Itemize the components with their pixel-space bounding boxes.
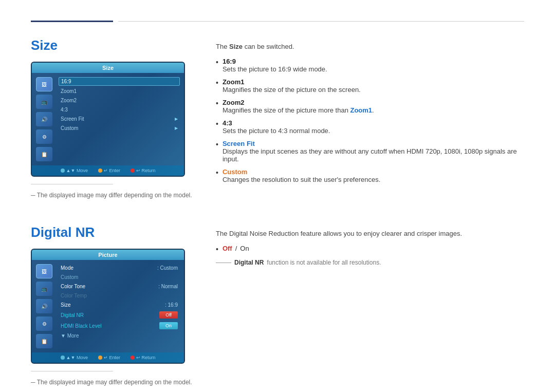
size-section-left: Size Size 🖼 📺 🔊 ⚙ 📋 16:9: [31, 38, 195, 199]
digital-nr-note: The displayed image may differ depending…: [31, 379, 195, 386]
nr-menu-custom: Custom: [59, 273, 180, 281]
nr-hdmi-label: HDMI Black Level: [61, 323, 101, 329]
size-tv-navbar: ▲▼ Move ↵ Enter ↩ Return: [32, 165, 184, 176]
term-zoom1: Zoom1: [223, 78, 245, 86]
digital-nr-icon-sound: 🔊: [36, 299, 52, 313]
digital-nr-tv-title: Picture: [32, 250, 184, 260]
digital-nr-term-bold: Digital NR: [234, 259, 264, 266]
tv-icon-picture: 🖼: [36, 77, 52, 91]
page-container: Size Size 🖼 📺 🔊 ⚙ 📋 16:9: [0, 0, 555, 392]
size-section: Size Size 🖼 📺 🔊 ⚙ 📋 16:9: [31, 38, 524, 199]
digital-nr-nav-move: ▲▼ Move: [61, 355, 88, 360]
size-nav-enter: ↵ Enter: [98, 168, 120, 173]
digital-nr-nav-return: ↩ Return: [131, 355, 156, 360]
size-bullet-169: 16:9 Sets the picture to 16:9 wide mode.: [216, 58, 524, 73]
size-nav-move: ▲▼ Move: [61, 168, 88, 173]
digital-nr-bullet-offon: Off / On: [216, 245, 524, 254]
desc-zoom2: Magnifies the size of the picture more t…: [223, 106, 374, 114]
nr-menu-mode: Mode : Custom: [59, 264, 180, 272]
size-tv-title: Size: [32, 63, 184, 73]
nr-nav-label-move: ▲▼ Move: [66, 355, 88, 360]
nav-label-return: ↩ Return: [136, 168, 156, 173]
nr-colortone-label: Color Tone: [61, 284, 85, 289]
note-dash: [216, 263, 231, 263]
size-menu-item-custom: Custom: [59, 124, 180, 132]
desc-zoom1: Magnifies the size of the picture on the…: [223, 86, 361, 94]
nr-off-value: Off: [159, 311, 178, 319]
digital-nr-separator: The displayed image may differ depending…: [31, 371, 195, 386]
size-bullet-custom-content: Custom Changes the resolution to suit th…: [223, 168, 380, 183]
size-tv-menu: 16:9 Zoom1 Zoom2 4:3 Screen Fit Custom: [59, 77, 180, 161]
size-tv-icons: 🖼 📺 🔊 ⚙ 📋: [36, 77, 54, 161]
nr-menu-size: Size : 16:9: [59, 301, 180, 309]
size-bullet-custom: Custom Changes the resolution to suit th…: [216, 168, 524, 183]
size-menu-item-169: 16:9: [59, 77, 180, 86]
nr-colortone-value: : Normal: [158, 284, 178, 289]
digital-nr-title: Digital NR: [31, 225, 195, 240]
digital-nr-icon-display: 📺: [36, 282, 52, 296]
size-bullet-list: 16:9 Sets the picture to 16:9 wide mode.…: [216, 58, 524, 183]
desc-169: Sets the picture to 16:9 wide mode.: [223, 65, 327, 73]
term-custom: Custom: [223, 168, 247, 176]
nav-dot-enter: [98, 169, 102, 173]
term-on: On: [240, 245, 249, 252]
digital-nr-section: Digital NR Picture 🖼 📺 🔊 ⚙ 📋: [31, 225, 524, 386]
desc-43: Sets the picture to 4:3 normal mode.: [223, 127, 330, 135]
size-bullet-zoom1: Zoom1 Magnifies the size of the picture …: [216, 78, 524, 94]
size-menu-item-screenfit: Screen Fit: [59, 115, 180, 123]
size-bullet-screenfit: Screen Fit Displays the input scenes as …: [216, 140, 524, 163]
nr-mode-value: : Custom: [157, 265, 178, 271]
digital-nr-offon-content: Off / On: [223, 245, 249, 252]
nr-menu-colortone: Color Tone : Normal: [59, 283, 180, 290]
digital-nr-tv-menu: Mode : Custom Custom Color Tone : Normal…: [59, 264, 180, 348]
size-bullet-43: 4:3 Sets the picture to 4:3 normal mode.: [216, 119, 524, 135]
nr-on-value: On: [159, 322, 178, 329]
digital-nr-icon-settings: ⚙: [36, 316, 52, 331]
nr-size-label: Size: [61, 302, 70, 308]
tv-icon-display: 📺: [36, 95, 52, 109]
digital-nr-separator-line: [31, 371, 113, 371]
nr-nav-dot-move: [61, 356, 65, 360]
off-on-item: Off / On: [223, 245, 249, 252]
term-169: 16:9: [223, 58, 236, 65]
nr-nav-label-enter: ↵ Enter: [104, 355, 120, 360]
digital-nr-tv-screen: Picture 🖼 📺 🔊 ⚙ 📋 Mode : Custom: [31, 249, 185, 364]
nr-size-value: : 16:9: [165, 302, 178, 308]
size-bullet-zoom1-content: Zoom1 Magnifies the size of the picture …: [223, 78, 361, 94]
digital-nr-nav-enter: ↵ Enter: [98, 355, 120, 360]
digital-nr-tv-content: 🖼 📺 🔊 ⚙ 📋 Mode : Custom Custom: [32, 260, 184, 352]
desc-custom: Changes the resolution to suit the user'…: [223, 176, 380, 183]
desc-screenfit: Displays the input scenes as they are wi…: [223, 147, 524, 163]
nr-nav-dot-return: [131, 356, 135, 360]
term-screenfit: Screen Fit: [223, 140, 255, 147]
nr-menu-more: ▼ More: [59, 332, 180, 340]
size-nav-return: ↩ Return: [131, 168, 156, 173]
top-line-dark: [31, 21, 113, 22]
digital-nr-section-right: The Digital Noise Reduction feature allo…: [216, 225, 524, 386]
size-section-right: The Size can be switched. 16:9 Sets the …: [216, 38, 524, 199]
size-tv-content: 🖼 📺 🔊 ⚙ 📋 16:9 Zoom1 Zoom2 4:3 Screen Fi…: [32, 73, 184, 165]
nr-digitalnr-label: Digital NR: [61, 312, 84, 318]
size-bullet-43-content: 4:3 Sets the picture to 4:3 normal mode.: [223, 119, 330, 135]
digital-nr-function-note: Digital NR function is not available for…: [216, 259, 524, 266]
separator-slash: /: [235, 245, 237, 252]
digital-nr-icon-picture: 🖼: [36, 264, 52, 278]
term-zoom1-ref: Zoom1: [350, 106, 372, 114]
nr-menu-digitalnr: Digital NR Off: [59, 310, 180, 320]
size-bullet-zoom2: Zoom2 Magnifies the size of the picture …: [216, 99, 524, 114]
size-menu-item-zoom2: Zoom2: [59, 97, 180, 104]
size-separator-line: [31, 184, 113, 184]
nr-mode-label: Mode: [61, 265, 73, 271]
size-term-bold: Size: [229, 43, 243, 50]
size-title: Size: [31, 38, 195, 53]
tv-icon-settings: ⚙: [36, 129, 52, 144]
nav-label-enter: ↵ Enter: [104, 168, 120, 173]
tv-icon-support: 📋: [36, 147, 52, 161]
digital-nr-bullet-list: Off / On: [216, 245, 524, 254]
size-separator: The displayed image may differ depending…: [31, 184, 195, 199]
nav-dot-return: [131, 169, 135, 173]
nav-label-move: ▲▼ Move: [66, 168, 88, 173]
digital-nr-tv-icons: 🖼 📺 🔊 ⚙ 📋: [36, 264, 54, 348]
size-bullet-screenfit-content: Screen Fit Displays the input scenes as …: [223, 140, 524, 163]
size-note: The displayed image may differ depending…: [31, 192, 195, 199]
